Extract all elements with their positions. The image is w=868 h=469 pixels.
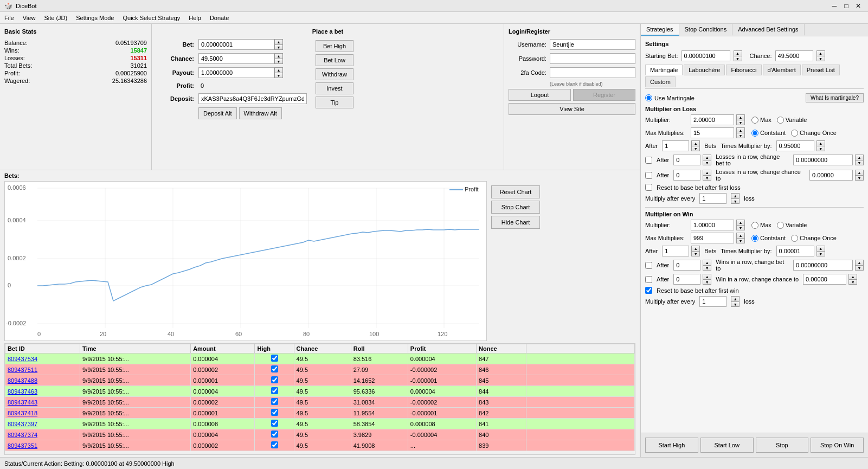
- after-losses-bet-checkbox[interactable]: [645, 157, 652, 164]
- menu-site[interactable]: Site (JD): [40, 12, 72, 23]
- loss-multiplier-spin-up[interactable]: ▲: [736, 114, 745, 120]
- change-win-bet-spin-down[interactable]: ▼: [855, 265, 864, 271]
- bets-table-wrapper[interactable]: Bet ID Time Amount High Chance Roll Prof…: [4, 343, 635, 455]
- stop-button[interactable]: Stop: [756, 438, 809, 453]
- high-checkbox[interactable]: [271, 441, 278, 448]
- bet-high-button[interactable]: Bet High: [316, 40, 353, 52]
- change-win-chance-input[interactable]: [803, 274, 846, 285]
- chance-settings-spin-up[interactable]: ▲: [816, 50, 825, 56]
- high-checkbox[interactable]: [271, 431, 278, 438]
- after-losses-bet-input[interactable]: [673, 155, 700, 165]
- reset-base-bet-loss-checkbox[interactable]: [645, 184, 652, 191]
- strategy-tab-custom[interactable]: Custom: [645, 76, 676, 87]
- after-wins-chance-spin-up[interactable]: ▲: [703, 274, 711, 279]
- bet-id-link[interactable]: 809437463: [8, 388, 37, 395]
- loss-variable-radio[interactable]: [777, 117, 784, 124]
- use-martingale-radio[interactable]: [645, 94, 652, 101]
- chance-settings-input[interactable]: [775, 50, 813, 61]
- tab-advanced-bet[interactable]: Advanced Bet Settings: [732, 24, 804, 36]
- high-checkbox[interactable]: [271, 398, 278, 405]
- bet-id-link[interactable]: 809437488: [8, 377, 37, 384]
- bet-id-link[interactable]: 809437418: [8, 410, 37, 416]
- menu-help[interactable]: Help: [184, 12, 205, 23]
- bet-input[interactable]: [198, 39, 274, 50]
- change-chance-loss-input[interactable]: [809, 170, 853, 181]
- tip-button[interactable]: Tip: [316, 97, 353, 108]
- win-times-mult-spin-down[interactable]: ▼: [816, 251, 825, 256]
- change-win-bet-input[interactable]: [793, 260, 853, 271]
- times-multiplier-spin-down[interactable]: ▼: [816, 146, 825, 151]
- win-constant-radio[interactable]: [751, 235, 758, 242]
- win-max-mult-spin-down[interactable]: ▼: [736, 238, 745, 243]
- after-wins-bet-spin-up[interactable]: ▲: [703, 260, 711, 265]
- starting-bet-spin-down[interactable]: ▼: [734, 56, 742, 61]
- view-site-button[interactable]: View Site: [509, 103, 635, 115]
- change-bet-value-input[interactable]: [793, 155, 853, 165]
- win-change-once-radio[interactable]: [791, 235, 798, 242]
- change-win-bet-spin-up[interactable]: ▲: [855, 260, 864, 265]
- high-checkbox[interactable]: [271, 365, 278, 372]
- change-win-chance-spin-down[interactable]: ▼: [848, 279, 857, 285]
- password-input[interactable]: [550, 53, 635, 64]
- high-checkbox[interactable]: [271, 420, 278, 427]
- withdraw-button[interactable]: Withdraw: [316, 68, 353, 80]
- strategy-tab-martingale[interactable]: Martingale: [645, 65, 683, 75]
- chance-spin-up[interactable]: ▲: [274, 53, 283, 59]
- starting-bet-spin-up[interactable]: ▲: [734, 50, 742, 56]
- times-multiplier-input[interactable]: [776, 140, 814, 151]
- multiply-after-every-spin-up[interactable]: ▲: [731, 193, 740, 198]
- loss-constant-radio[interactable]: [751, 130, 758, 137]
- loss-after-input[interactable]: [662, 140, 689, 151]
- menu-settings-mode[interactable]: Settings Mode: [72, 12, 118, 23]
- menu-view[interactable]: View: [18, 12, 40, 23]
- menu-quick-select[interactable]: Quick Select Strategy: [119, 12, 185, 23]
- close-button[interactable]: ✕: [853, 1, 864, 11]
- change-bet-spin-up[interactable]: ▲: [855, 155, 864, 160]
- tab-strategies[interactable]: Strategies: [641, 24, 679, 36]
- change-chance-loss-spin-down[interactable]: ▼: [855, 175, 864, 181]
- high-checkbox[interactable]: [271, 376, 278, 383]
- loss-multiplier-input[interactable]: [691, 114, 734, 125]
- high-checkbox[interactable]: [271, 387, 278, 394]
- reset-chart-button[interactable]: Reset Chart: [491, 185, 540, 198]
- change-win-chance-spin-up[interactable]: ▲: [848, 274, 857, 279]
- win-max-multiplies-input[interactable]: [691, 233, 734, 243]
- multiply-after-every-win-input[interactable]: [699, 296, 726, 307]
- bet-id-link[interactable]: 809437374: [8, 432, 37, 438]
- invest-button[interactable]: Invest: [316, 82, 353, 94]
- chance-settings-spin-down[interactable]: ▼: [816, 56, 825, 61]
- bet-low-button[interactable]: Bet Low: [316, 54, 353, 66]
- high-checkbox[interactable]: [271, 409, 278, 416]
- menu-file[interactable]: File: [0, 12, 18, 23]
- bet-id-link[interactable]: 809437397: [8, 421, 37, 427]
- maximize-button[interactable]: □: [841, 1, 852, 11]
- multiply-after-every-input[interactable]: [699, 193, 726, 204]
- bet-spin-down[interactable]: ▼: [274, 44, 283, 50]
- after-wins-chance-input[interactable]: [673, 274, 700, 285]
- username-input[interactable]: [550, 39, 635, 50]
- win-times-multiplier-input[interactable]: [776, 246, 814, 256]
- start-high-button[interactable]: Start High: [645, 438, 698, 453]
- loss-max-radio[interactable]: [751, 117, 758, 124]
- max-multiplies-input[interactable]: [691, 127, 734, 138]
- loss-after-spin-up[interactable]: ▲: [691, 140, 700, 146]
- after-losses-bet-spin-up[interactable]: ▲: [703, 155, 711, 160]
- after-wins-bet-checkbox[interactable]: [645, 262, 652, 269]
- menu-donate[interactable]: Donate: [205, 12, 233, 23]
- bet-spin-up[interactable]: ▲: [274, 39, 283, 44]
- withdraw-alt-button[interactable]: Withdraw Alt: [239, 107, 282, 119]
- tfa-input[interactable]: [550, 67, 635, 78]
- chance-input[interactable]: [198, 53, 274, 64]
- reset-base-bet-win-checkbox[interactable]: [645, 287, 652, 294]
- after-losses-chance-checkbox[interactable]: [645, 172, 652, 179]
- win-multiplier-input[interactable]: [691, 220, 734, 230]
- after-wins-chance-checkbox[interactable]: [645, 276, 652, 283]
- deposit-input[interactable]: [198, 93, 307, 104]
- bet-id-link[interactable]: 809437351: [8, 442, 37, 449]
- win-after-input[interactable]: [662, 246, 689, 256]
- high-checkbox[interactable]: [271, 355, 278, 362]
- strategy-tab-preset-list[interactable]: Preset List: [802, 65, 840, 75]
- starting-bet-input[interactable]: [681, 50, 730, 61]
- after-losses-bet-spin-down[interactable]: ▼: [703, 160, 711, 165]
- times-multiplier-spin-up[interactable]: ▲: [816, 140, 825, 146]
